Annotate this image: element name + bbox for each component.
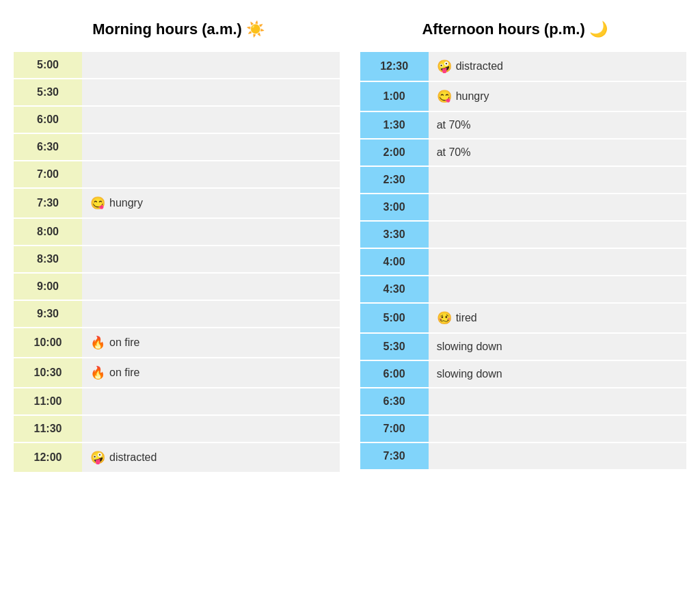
afternoon-time-cell: 1:30 — [360, 112, 429, 138]
afternoon-note-cell — [429, 167, 686, 193]
afternoon-time-cell: 6:30 — [360, 388, 429, 414]
afternoon-row: 5:00🥴tired — [360, 304, 686, 332]
afternoon-row: 4:00 — [360, 249, 686, 275]
afternoon-row: 6:00slowing down — [360, 361, 686, 387]
afternoon-note-cell — [429, 249, 686, 275]
morning-note-cell — [82, 274, 340, 300]
afternoon-time-cell: 5:00 — [360, 304, 429, 332]
morning-emoji: 😋 — [90, 196, 105, 211]
afternoon-note-text: at 70% — [437, 119, 471, 131]
morning-note-text: on fire — [109, 336, 139, 349]
afternoon-note-cell — [429, 443, 686, 469]
afternoon-note-text: hungry — [456, 90, 489, 103]
afternoon-note-cell: at 70% — [429, 112, 686, 138]
afternoon-header: Afternoon hours (p.m.) 🌙 — [422, 21, 607, 38]
morning-note-cell — [82, 134, 340, 160]
morning-time-cell: 5:30 — [14, 79, 82, 105]
morning-row: 11:00 — [14, 388, 340, 414]
morning-note-cell — [82, 79, 340, 105]
morning-time-cell: 6:00 — [14, 107, 82, 133]
afternoon-note-cell — [429, 222, 686, 248]
afternoon-note-cell: 🥴tired — [429, 304, 686, 332]
morning-row: 10:00🔥on fire — [14, 328, 340, 357]
afternoon-time-cell: 2:30 — [360, 167, 429, 193]
morning-row: 9:00 — [14, 274, 340, 300]
morning-note-cell — [82, 161, 340, 187]
afternoon-note-text: at 70% — [437, 146, 471, 159]
afternoon-time-cell: 1:00 — [360, 82, 429, 111]
morning-table: 5:005:306:006:307:007:30😋hungry8:008:309… — [14, 52, 340, 473]
morning-note-cell — [82, 246, 340, 272]
morning-note-text: on fire — [109, 367, 139, 379]
morning-time-cell: 11:00 — [14, 388, 82, 414]
morning-row: 12:00🤪distracted — [14, 443, 340, 472]
afternoon-row: 7:30 — [360, 443, 686, 469]
afternoon-note-cell — [429, 276, 686, 302]
morning-time-cell: 9:00 — [14, 274, 82, 300]
morning-time-cell: 9:30 — [14, 301, 82, 327]
afternoon-emoji: 🥴 — [437, 310, 452, 326]
afternoon-emoji: 😋 — [437, 89, 452, 104]
morning-emoji: 🔥 — [90, 365, 105, 380]
morning-note-cell — [82, 52, 340, 78]
morning-note-cell: 🤪distracted — [82, 443, 340, 472]
afternoon-note-cell: slowing down — [429, 361, 686, 387]
main-container: Morning hours (a.m.) ☀️ Afternoon hours … — [14, 14, 686, 473]
afternoon-row: 1:00😋hungry — [360, 82, 686, 111]
morning-note-cell: 🔥on fire — [82, 328, 340, 357]
morning-time-cell: 8:00 — [14, 219, 82, 245]
tables-container: 5:005:306:006:307:007:30😋hungry8:008:309… — [14, 52, 686, 473]
morning-row: 7:00 — [14, 161, 340, 187]
afternoon-time-cell: 3:30 — [360, 222, 429, 248]
morning-time-cell: 8:30 — [14, 246, 82, 272]
afternoon-row: 3:00 — [360, 194, 686, 220]
morning-time-cell: 7:30 — [14, 189, 82, 217]
morning-note-cell — [82, 416, 340, 442]
afternoon-note-text: tired — [456, 312, 477, 324]
morning-emoji: 🔥 — [90, 335, 105, 350]
afternoon-note-cell — [429, 388, 686, 414]
morning-note-cell — [82, 301, 340, 327]
afternoon-row: 7:00 — [360, 416, 686, 442]
afternoon-note-cell: 🤪distracted — [429, 52, 686, 81]
afternoon-time-cell: 7:30 — [360, 443, 429, 469]
afternoon-time-cell: 3:00 — [360, 194, 429, 220]
morning-header: Morning hours (a.m.) ☀️ — [92, 21, 265, 38]
morning-row: 8:00 — [14, 219, 340, 245]
afternoon-row: 6:30 — [360, 388, 686, 414]
morning-row: 11:30 — [14, 416, 340, 442]
afternoon-time-cell: 6:00 — [360, 361, 429, 387]
morning-time-cell: 5:00 — [14, 52, 82, 78]
morning-time-cell: 11:30 — [14, 416, 82, 442]
afternoon-row: 1:30at 70% — [360, 112, 686, 138]
afternoon-note-cell: slowing down — [429, 334, 686, 360]
morning-note-cell — [82, 388, 340, 414]
morning-note-cell: 😋hungry — [82, 189, 340, 217]
afternoon-time-cell: 2:00 — [360, 140, 429, 166]
morning-note-text: distracted — [109, 451, 157, 464]
spacer — [340, 52, 360, 473]
morning-row: 8:30 — [14, 246, 340, 272]
headers: Morning hours (a.m.) ☀️ Afternoon hours … — [14, 14, 686, 45]
afternoon-time-cell: 4:30 — [360, 276, 429, 302]
afternoon-note-text: distracted — [456, 60, 503, 72]
morning-time-cell: 10:00 — [14, 328, 82, 357]
morning-time-cell: 7:00 — [14, 161, 82, 187]
morning-time-cell: 6:30 — [14, 134, 82, 160]
afternoon-row: 5:30slowing down — [360, 334, 686, 360]
morning-time-cell: 10:30 — [14, 358, 82, 387]
morning-note-cell: 🔥on fire — [82, 358, 340, 387]
afternoon-note-text: slowing down — [437, 341, 502, 353]
afternoon-note-cell — [429, 416, 686, 442]
morning-note-cell — [82, 219, 340, 245]
morning-row: 6:30 — [14, 134, 340, 160]
afternoon-note-cell: 😋hungry — [429, 82, 686, 111]
morning-row: 6:00 — [14, 107, 340, 133]
afternoon-time-cell: 12:30 — [360, 52, 429, 81]
afternoon-time-cell: 5:30 — [360, 334, 429, 360]
morning-row: 9:30 — [14, 301, 340, 327]
afternoon-table: 12:30🤪distracted1:00😋hungry1:30at 70%2:0… — [360, 52, 686, 473]
morning-emoji: 🤪 — [90, 450, 105, 465]
afternoon-time-cell: 7:00 — [360, 416, 429, 442]
morning-row: 5:00 — [14, 52, 340, 78]
